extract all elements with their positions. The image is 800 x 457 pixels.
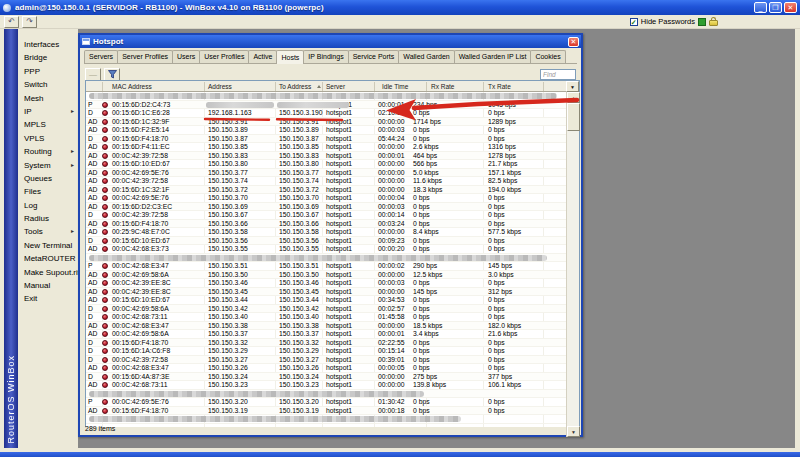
table-row-redacted[interactable] (86, 92, 567, 101)
tab-ip-bindings[interactable]: IP Bindings (303, 50, 348, 63)
table-row[interactable]: AD00:15:6D:F2:E5:14150.150.3.89150.150.3… (86, 126, 567, 135)
find-input[interactable] (540, 69, 576, 80)
table-row[interactable]: AD00:25:9C:48:E7:0C150.150.3.58150.150.3… (86, 228, 567, 237)
table-header[interactable]: MAC AddressAddressTo AddressServerIdle T… (86, 81, 567, 92)
column-header-rx-rate[interactable]: Rx Rate (431, 81, 454, 92)
scrollbar-thumb[interactable] (567, 103, 580, 131)
column-header-server[interactable]: Server (326, 81, 345, 92)
restore-button[interactable]: ❐ (769, 2, 782, 13)
column-header-idle-time[interactable]: Idle Time (382, 81, 408, 92)
sidebar-item-new-terminal[interactable]: New Terminal (18, 239, 78, 252)
sidebar-item-metarouter[interactable]: MetaROUTER (18, 252, 78, 265)
table-row[interactable]: AD00:0C:42:68:E3:47150.150.3.26150.150.3… (86, 364, 567, 373)
column-header-mac-address[interactable]: MAC Address (112, 81, 152, 92)
close-button[interactable]: ✕ (784, 2, 797, 13)
remove-button[interactable]: — (85, 68, 101, 81)
sidebar-item-queues[interactable]: Queues (18, 172, 78, 185)
column-separator[interactable] (374, 82, 375, 91)
column-header-address[interactable]: Address (208, 81, 232, 92)
column-header-tx-rate[interactable]: Tx Rate (488, 81, 511, 92)
table-row[interactable]: AD00:0C:42:68:73:11150.150.3.23150.150.3… (86, 381, 567, 390)
table-row[interactable]: P00:0C:42:69:5E:76150.150.3.20150.150.3.… (86, 398, 567, 407)
sidebar-item-switch[interactable]: Switch (18, 78, 78, 91)
table-row[interactable]: D00:0C:42:39:72:58150.150.3.67150.150.3.… (86, 211, 567, 220)
table-row[interactable]: AD00:0C:42:39:72:58150.150.3.74150.150.3… (86, 177, 567, 186)
undo-button[interactable]: ↶ (4, 16, 19, 28)
tab-walled-garden-ip-list[interactable]: Walled Garden IP List (454, 50, 532, 63)
column-separator[interactable] (543, 82, 544, 91)
table-row[interactable]: AD00:15:6D:D2:C3:EC150.150.3.69150.150.3… (86, 203, 567, 212)
redo-button[interactable]: ↷ (22, 16, 37, 28)
table-row-redacted[interactable] (86, 254, 567, 263)
column-separator[interactable] (322, 82, 323, 91)
tab-active[interactable]: Active (248, 50, 277, 63)
sidebar-item-manual[interactable]: Manual (18, 279, 78, 292)
tab-servers[interactable]: Servers (84, 50, 118, 63)
column-separator[interactable] (204, 82, 205, 91)
filter-button[interactable] (104, 68, 120, 81)
sidebar-item-interfaces[interactable]: Interfaces (18, 38, 78, 51)
table-row[interactable]: AD00:0C:42:39:72:58150.150.3.83150.150.3… (86, 152, 567, 161)
table-row-redacted[interactable] (86, 390, 567, 399)
table-row[interactable]: D00:15:6D:4A:87:3E150.150.3.24150.150.3.… (86, 373, 567, 382)
sidebar-item-system[interactable]: System▸ (18, 159, 78, 172)
sidebar-item-files[interactable]: Files (18, 185, 78, 198)
sidebar-item-mesh[interactable]: Mesh (18, 92, 78, 105)
column-separator[interactable] (102, 82, 103, 91)
table-row[interactable]: AD00:15:6D:F4:11:EC150.150.3.85150.150.3… (86, 143, 567, 152)
table-row[interactable]: P00:15:6D:D2:C4:73hotspot100:00:01234 bp… (86, 101, 567, 110)
table-row[interactable]: AD00:15:6D:1C:32:1F150.150.3.72150.150.3… (86, 186, 567, 195)
table-row[interactable]: D00:0C:42:39:72:58150.150.3.27150.150.3.… (86, 356, 567, 365)
sidebar-item-log[interactable]: Log (18, 199, 78, 212)
column-separator[interactable] (483, 82, 484, 91)
table-row[interactable]: AD00:0C:42:69:5E:76150.150.3.70150.150.3… (86, 194, 567, 203)
table-row[interactable]: AD00:0C:42:39:EE:8C150.150.3.46150.150.3… (86, 279, 567, 288)
column-menu-button[interactable]: ▼ (566, 81, 579, 92)
table-row[interactable]: D00:0C:42:69:58:6A150.150.3.42150.150.3.… (86, 305, 567, 314)
table-row[interactable]: D00:15:6D:10:ED:67150.150.3.56150.150.3.… (86, 237, 567, 246)
table-row[interactable]: D00:15:6D:F4:18:70150.150.3.32150.150.3.… (86, 339, 567, 348)
tab-hosts[interactable]: Hosts (276, 50, 304, 64)
table-row[interactable]: AD00:0C:42:68:E3:47150.150.3.38150.150.3… (86, 322, 567, 331)
tab-users[interactable]: Users (172, 50, 200, 63)
table-row[interactable]: AD00:0C:42:69:5E:76150.150.3.77150.150.3… (86, 169, 567, 178)
table-row[interactable]: AD00:15:6D:10:ED:67150.150.3.80150.150.3… (86, 160, 567, 169)
table-row[interactable]: AD00:0C:42:69:58:6A150.150.3.37150.150.3… (86, 330, 567, 339)
tab-user-profiles[interactable]: User Profiles (199, 50, 249, 63)
table-row[interactable]: P00:0C:42:68:E3:47150.150.3.51150.150.3.… (86, 262, 567, 271)
table-row[interactable]: AD00:0C:42:69:58:6A150.150.3.50150.150.3… (86, 271, 567, 280)
table-row[interactable]: AD00:15:6D:F4:18:70150.150.3.66150.150.3… (86, 220, 567, 229)
scroll-down-button[interactable]: ▼ (567, 426, 580, 437)
table-row[interactable]: D00:0C:42:68:73:11150.150.3.40150.150.3.… (86, 313, 567, 322)
taskbar[interactable] (0, 452, 800, 457)
table-row[interactable]: D00:15:6D:1A:C6:F8150.150.3.29150.150.3.… (86, 347, 567, 356)
column-separator[interactable] (426, 82, 427, 91)
sidebar-item-bridge[interactable]: Bridge (18, 51, 78, 64)
sidebar-item-vpls[interactable]: VPLS (18, 132, 78, 145)
sidebar-item-radius[interactable]: Radius (18, 212, 78, 225)
sidebar-item-routing[interactable]: Routing▸ (18, 145, 78, 158)
hotspot-close-button[interactable]: ✕ (568, 37, 579, 47)
column-separator[interactable] (275, 82, 276, 91)
table-row-redacted[interactable] (86, 415, 567, 424)
table-row[interactable]: AD00:15:6D:10:ED:67150.150.3.44150.150.3… (86, 296, 567, 305)
table-row[interactable]: D00:15:6D:F4:18:70150.150.3.87150.150.3.… (86, 135, 567, 144)
table-row[interactable]: AD00:0C:42:68:E3:73150.150.3.55150.150.3… (86, 245, 567, 254)
minimize-button[interactable]: _ (754, 2, 767, 13)
app-titlebar[interactable]: admin@150.150.0.1 (SERVIDOR - RB1100) - … (0, 0, 800, 15)
sidebar-item-tools[interactable]: Tools▸ (18, 225, 78, 238)
table-row[interactable]: D00:15:6D:1C:E6:28192.168.1.163150.150.3… (86, 109, 567, 118)
sidebar-item-ppp[interactable]: PPP (18, 65, 78, 78)
tab-walled-garden[interactable]: Walled Garden (398, 50, 454, 63)
hotspot-titlebar[interactable]: Hotspot ✕ (80, 35, 581, 48)
column-header-to-address[interactable]: To Address (279, 81, 311, 92)
table-row[interactable]: AD00:15:6D:1C:32:9F150.150.3.91150.150.3… (86, 118, 567, 127)
sidebar-item-ip[interactable]: IP▸ (18, 105, 78, 118)
sidebar-item-mpls[interactable]: MPLS (18, 118, 78, 131)
sidebar-item-make-supout-rif[interactable]: Make Supout.rif (18, 266, 78, 279)
tab-service-ports[interactable]: Service Ports (348, 50, 400, 63)
hide-passwords-checkbox[interactable]: ✓ (630, 18, 638, 26)
sidebar-item-exit[interactable]: Exit (18, 292, 78, 305)
table-row[interactable]: AD00:15:6D:F4:18:70150.150.3.19150.150.3… (86, 407, 567, 416)
scroll-up-button[interactable]: ▲ (567, 92, 580, 103)
